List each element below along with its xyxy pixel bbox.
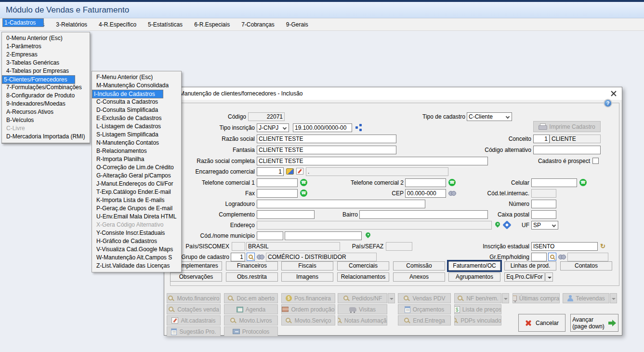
- consulta-cnpj-icon[interactable]: [355, 124, 363, 131]
- busca-cep-icon[interactable]: [448, 190, 456, 196]
- menu-item-j-manut-enderecos-do-cli-for[interactable]: J-Manut.Endereços do Cli/For: [92, 180, 181, 188]
- button-ordem-producao[interactable]: Ordem produção: [281, 304, 335, 314]
- menu-item-r-importa-planilha[interactable]: R-Importa Planilha: [92, 155, 181, 163]
- map-pin-icon[interactable]: [365, 232, 371, 239]
- tab-anexos[interactable]: Anexos: [393, 272, 445, 282]
- whatsapp-icon[interactable]: [300, 179, 307, 186]
- menu-item-g-alteracao-geral-p-campos[interactable]: G-Alteração Geral p/Campos: [92, 172, 181, 180]
- grupo-code-input[interactable]: 1: [231, 253, 245, 261]
- whatsapp-icon[interactable]: [448, 179, 456, 186]
- button-doc-em-aberto[interactable]: Doc.em aberto: [224, 293, 278, 303]
- menu-item-8-configurador-de-produto[interactable]: 8-Configurador de Produto: [2, 92, 90, 100]
- menu-item-t-exp-catalogo-ender-e-mail[interactable]: T-Exp.Catálogo Ender.E-mail: [92, 188, 181, 196]
- whatsapp-icon[interactable]: [579, 179, 587, 186]
- menu-item-3-tabelas-genericas[interactable]: 3-Tabelas Genéricas: [2, 59, 90, 67]
- fantasia-input[interactable]: CLIENTE TESTE: [257, 146, 396, 154]
- button-cotacoes-venda[interactable]: Cotações venda: [167, 304, 221, 314]
- menu-item-i-inclusao-de-cadastros[interactable]: I-Inclusão de Cadastros: [92, 90, 163, 98]
- button-pedidos-nf-dropdown-icon[interactable]: [388, 293, 395, 303]
- celular-input[interactable]: [531, 178, 577, 187]
- menu-item-0-menu-anterior-esc[interactable]: 0-Menu Anterior (Esc): [2, 34, 90, 42]
- menu-item-l-listagem-de-cadastros[interactable]: L-Listagem de Cadastros: [92, 122, 181, 131]
- tab-observacoes[interactable]: Observações: [170, 272, 222, 282]
- menu-item-d-consulta-simplificada[interactable]: D-Consulta Simplificada: [92, 106, 181, 114]
- button-pdps-vinculados[interactable]: PDPs vinculados: [454, 315, 501, 325]
- menu-item-z-list-validade-das-licencas[interactable]: Z-List.Validade das Licenças: [92, 262, 181, 270]
- button-protocolos[interactable]: Protocolos: [224, 326, 278, 337]
- menu-item-y-consiste-inscr-estaduais[interactable]: Y-Consiste Inscr.Estaduais: [92, 229, 181, 237]
- logradouro-input[interactable]: [257, 200, 425, 208]
- close-icon[interactable]: [609, 89, 618, 98]
- menu-item-a-recursos-ativos[interactable]: A-Recursos Ativos: [2, 108, 90, 116]
- complemento-input[interactable]: [257, 210, 315, 219]
- uf-select[interactable]: SP: [531, 221, 558, 230]
- map-pin-icon[interactable]: [495, 221, 500, 228]
- menubar-item-7-cobrancas[interactable]: 7-Cobranças: [236, 18, 280, 30]
- menu-item-h-grafico-de-cadastros[interactable]: H-Gráfico de Cadastros: [92, 237, 181, 245]
- prospect-checkbox[interactable]: [592, 158, 599, 164]
- button-vendas-pdv[interactable]: Vendas PDV: [398, 293, 451, 303]
- edita-encarregado-icon[interactable]: [296, 168, 303, 175]
- tab-faturamento-oc[interactable]: Faturamento/OC: [448, 261, 500, 271]
- conceito-code-input[interactable]: 1: [533, 135, 550, 143]
- menubar-item-6-r-especiais[interactable]: 6-R.Especiais: [188, 18, 236, 30]
- fax-input[interactable]: [257, 189, 298, 198]
- button-nf-ben-rem[interactable]: NF ben/rem.: [454, 293, 501, 303]
- menubar-item-9-gerais[interactable]: 9-Gerais: [280, 18, 314, 30]
- telefone2-input[interactable]: [405, 178, 446, 187]
- menubar-item-4-r-especifico[interactable]: 4-R.Específico: [93, 18, 142, 30]
- button-nf-ben-rem-dropdown-icon[interactable]: [502, 293, 509, 303]
- menu-item-c-consulta-a-cadastros[interactable]: C-Consulta a Cadastros: [92, 98, 181, 106]
- razao-social-input[interactable]: CLIENTE TESTE: [257, 135, 396, 143]
- cnpj-input[interactable]: 19.100.000/0000-00: [293, 123, 352, 132]
- telefone1-input[interactable]: [257, 178, 298, 187]
- menu-item-w-manutencao-alt-campos-s[interactable]: W-Manutenção Alt.Campos S: [92, 254, 181, 262]
- menu-item-s-listagem-simplificada[interactable]: S-Listagem Simplificada: [92, 131, 181, 139]
- menu-item-d-mercadoria-importada-rmi[interactable]: D-Mercadoria Importada (RMI): [2, 133, 90, 141]
- whatsapp-icon[interactable]: [300, 190, 307, 197]
- encarregado-code-input[interactable]: 1: [257, 167, 284, 176]
- help-icon[interactable]: [604, 99, 612, 108]
- button-movto-financeiro[interactable]: Movto.financeiro: [167, 293, 221, 303]
- button-movto-servico[interactable]: Movto.Serviço: [281, 315, 335, 325]
- menubar-item-5-estatisticas[interactable]: 5-Estatísticas: [142, 18, 188, 30]
- menu-item-n-manutencao-contatos[interactable]: N-Manutenção Contatos: [92, 139, 181, 147]
- menubar-item-1-cadastros[interactable]: 1-Cadastros: [2, 18, 44, 27]
- menu-item-2-empresas[interactable]: 2-Empresas: [2, 51, 90, 59]
- button-lista-de-precos[interactable]: Lista de preços: [454, 304, 501, 314]
- busca-grupo-icon[interactable]: [247, 253, 255, 261]
- button-sugestao-pro[interactable]: Sugestão Pro.: [167, 326, 221, 337]
- tab-linhas-de-prod[interactable]: Linhas de prod.: [504, 261, 556, 271]
- menu-item-f-menu-anterior-esc[interactable]: F-Menu Anterior (Esc): [92, 73, 181, 81]
- tab-eq-pro-cli-for[interactable]: Eq.Pro.Cli/For: [504, 272, 545, 282]
- menu-item-p-gerac-de-grupos-de-e-mail[interactable]: P-Geraç.de Grupos de E-mail: [92, 204, 181, 213]
- menubar-item-3-relatorios[interactable]: 3-Relatórios: [50, 18, 93, 30]
- menu-item-x-gera-codigo-alternativo[interactable]: X-Gera Código Alternativo: [92, 221, 181, 229]
- cep-input[interactable]: 00.000-000: [405, 189, 446, 198]
- sync-sintegra-icon[interactable]: [600, 243, 607, 250]
- menu-item-m-manutencao-consolidada[interactable]: M-Manutenção Consolidada: [92, 81, 181, 90]
- button-televendas[interactable]: Televendas: [563, 293, 609, 303]
- button-televendas-dropdown-icon[interactable]: [610, 293, 617, 303]
- binoculars-icon[interactable]: [257, 254, 264, 260]
- municipio-code-input[interactable]: [257, 231, 283, 240]
- button-movto-livros[interactable]: Movto.Livros: [224, 315, 278, 325]
- tab-comerciais[interactable]: Comerciais: [337, 261, 389, 271]
- button-agenda[interactable]: Agenda: [224, 304, 278, 314]
- menu-item-c-livre[interactable]: C-Livre: [2, 124, 90, 133]
- busca-gr-emp-icon[interactable]: [548, 253, 556, 261]
- menu-item-1-parametros[interactable]: 1-Parâmetros: [2, 42, 90, 51]
- tab-imagens[interactable]: Imagens: [281, 272, 333, 282]
- button-notas-automacao[interactable]: Notas Automação: [338, 315, 387, 325]
- gr-emp-input[interactable]: [531, 253, 547, 261]
- button-ultimas-compras[interactable]: Últimas compras: [513, 293, 560, 303]
- tab-relacionamentos[interactable]: Relacionamentos: [337, 272, 389, 282]
- button-pos-financeira[interactable]: Pos.financeira: [281, 293, 335, 303]
- imprime-cadastro-button[interactable]: Imprime Cadastro: [533, 121, 601, 132]
- inscricao-estadual-input[interactable]: ISENTO: [531, 242, 598, 251]
- menu-item-5-clientes-fornecedores[interactable]: 5-Clientes/Fornecedores: [2, 75, 75, 84]
- tipo-cadastro-select[interactable]: C-Cliente: [467, 112, 512, 121]
- tab-financeiros[interactable]: Financeiros: [226, 261, 278, 271]
- button-end-entrega[interactable]: End.Entrega: [398, 315, 451, 325]
- menu-item-7-formulacoes-combinacoes[interactable]: 7-Formulações/Combinações: [2, 83, 90, 92]
